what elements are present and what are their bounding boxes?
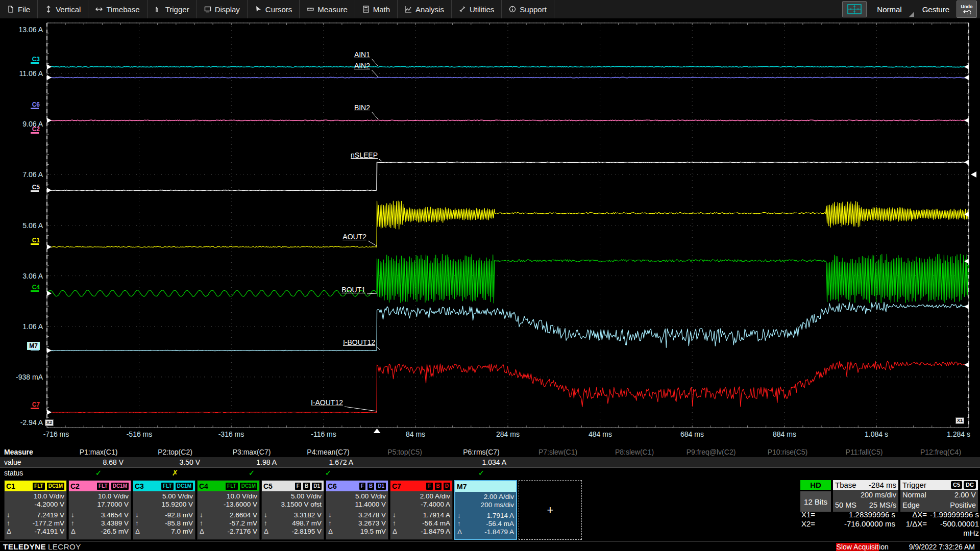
menu-item-file[interactable]: File [0,0,38,18]
measure-status-icon [749,468,826,478]
menu-item-display[interactable]: Display [197,0,248,18]
measure-header[interactable]: P8:slew(C1) [596,448,673,456]
menu-item-utilities[interactable]: Utilities [452,0,502,18]
channel-id: C6 [328,482,337,490]
channel-box-c3[interactable]: C3FLTDC1M5.00 V/div15.9200 V↓-92.8 mV↑-8… [133,480,195,540]
channel-box-body: 2.00 A/div200 ms/div↓1.7914 A↑-56.4 mAΔ-… [455,492,516,536]
measure-header[interactable]: P9:freq@lv(C2) [673,448,749,456]
trigger-box[interactable]: Trigger C5 DC Normal 2.00 V Edge Positiv… [900,480,978,512]
measure-header[interactable]: P7:slew(C1) [520,448,596,456]
wave-label-pointer [368,241,377,246]
menu-item-support[interactable]: Support [502,0,554,18]
channel-indicator-c6[interactable]: C6 [0,101,40,108]
x-axis-label: -116 ms [311,430,336,438]
measure-header[interactable]: P10:rise(C5) [749,448,826,456]
value-row-label: value [0,458,60,466]
channel-badge-flt: FLT [32,482,45,490]
hd-badge[interactable]: HD [800,480,831,490]
menu-item-trigger[interactable]: Trigger [148,0,197,18]
channel-indicator-c7[interactable]: C7 [0,401,40,408]
timebase-box[interactable]: Tbase -284 ms 200 ms/div 50 MS 25 MS/s [833,480,898,512]
channel-box-c5[interactable]: C5FBD15.00 V/div3.1500 V ofst↓3.3182 V↑4… [261,480,324,540]
measure-header[interactable]: P12:freq(C4) [902,448,979,456]
measure-header[interactable]: P5:top(C5) [366,448,443,456]
channel-badge-b: B [434,482,442,490]
channel-box-body: 5.00 V/div15.9200 V↓-92.8 mV↑-85.8 mVΔ7.… [133,491,195,536]
file-icon [7,6,14,13]
channel-indicator-c4[interactable]: C4 [0,284,40,291]
channel-indicator-m7[interactable]: M7 [0,342,40,349]
channel-stat-max: ↑-177.2 mV [7,519,64,528]
cursor-trace-marker [964,118,969,123]
menu-item-measure[interactable]: Measure [300,0,355,18]
channel-stat-value: 7.0 mV [171,528,193,536]
cursor-trace-marker [964,362,969,367]
measure-status-icon: ✓ [213,468,290,478]
channel-box-c4[interactable]: C4FLTDC1M10.0 V/div-13.6000 V↓2.6604 V↑-… [197,480,260,540]
wave-label-pointer [372,59,378,66]
gesture-label: Gesture [922,5,949,14]
undo-label: Undo [961,5,973,9]
channel-indicator-c3[interactable]: C3 [0,56,40,63]
channel-badge-dc1m: DC1M [175,482,193,490]
measure-header[interactable]: P1:max(C1) [60,448,137,456]
channel-box-m7[interactable]: M72.00 A/div200 ms/div↓1.7914 A↑-56.4 mA… [454,480,517,540]
channel-box-header: C4FLTDC1M [198,481,259,491]
measure-header[interactable]: P11:fall(C5) [826,448,902,456]
x-axis-label: 1.084 s [865,430,888,438]
wave-label-i-bout12: I-BOUT12 [343,338,375,346]
traces [47,66,969,412]
measure-header[interactable]: P3:max(C7) [213,448,290,456]
wave-label-nsleep: nSLEEP [351,151,378,159]
channel-indicator-c2[interactable]: C2 [0,126,40,133]
trigger-icon [155,6,162,13]
y-axis-label: -938 mA [0,373,43,381]
channel-badge-b: B [303,482,310,490]
menu-item-timebase[interactable]: Timebase [88,0,147,18]
measure-header[interactable]: P6:rms(C7) [443,448,520,456]
channel-box-header: C5FBD1 [262,481,324,491]
measure-header[interactable]: P2:top(C2) [137,448,213,456]
utilities-icon [459,6,466,13]
analysis-icon [405,6,412,13]
channel-box-c6[interactable]: C6FBD15.00 V/div11.4000 V↓3.2478 V↑3.267… [326,480,388,540]
channel-badge-d1: D1 [376,482,386,490]
menu-item-cursors[interactable]: Cursors [248,0,300,18]
measure-header[interactable]: P4:mean(C7) [290,448,366,456]
channel-stat-min: ↓3.3182 V [264,511,322,519]
measure-value: 1.672 A [290,458,366,466]
trigger-time-marker[interactable] [374,429,381,433]
channel-stat-min: ↓3.2478 V [328,511,386,519]
grid-mode-button[interactable] [842,1,867,17]
wave-label-pointer [377,346,380,350]
trigger-level-marker[interactable] [971,171,976,178]
wave-label-pointer [379,159,382,161]
channel-indicator-c1[interactable]: C1 [0,237,40,244]
channel-box-c2[interactable]: C2FLTDC1M10.0 V/div17.7000 V↓3.4654 V↑3.… [68,480,131,540]
y-axis-label: 3.06 A [0,272,43,280]
channel-box-c1[interactable]: C1FLTDC1M10.0 V/div-4.2000 V↓7.2419 V↑-1… [4,480,67,540]
cursor-flag-x2[interactable]: X2 [45,419,54,426]
undo-button[interactable]: Undo [957,1,977,18]
trigger-level: 2.00 V [954,490,976,500]
channel-scale: 2.00 A/div [457,493,514,501]
channel-box-body: 5.00 V/div11.4000 V↓3.2478 V↑3.2673 VΔ19… [326,491,388,536]
add-trace-slot[interactable]: + [519,480,582,540]
channel-box-c7[interactable]: C7FBD2.00 A/div-7.4000 A↓1.7914 A↑-56.4 … [390,480,453,540]
channel-badge-flt: FLT [161,482,174,490]
cursor-flag-x1[interactable]: X1 [955,417,964,424]
display-mode-dropdown[interactable]: Normal [874,3,915,16]
menu-item-math[interactable]: Math [355,0,398,18]
menu-item-analysis[interactable]: Analysis [398,0,452,18]
acquisition-panel: HD 12 Bits Tbase -284 ms 200 ms/div 50 M… [800,480,979,512]
timebase-scale: 200 ms/div [861,490,896,500]
channel-badge-d1: D1 [311,482,322,490]
acquisition-status-highlight: Slow Acquisit [836,543,879,551]
bit-depth-label: 12 Bits [800,491,831,512]
channel-offset: 15.9200 V [135,500,193,509]
measure-row-label: Measure [0,448,60,456]
menu-item-label: Utilities [470,5,494,14]
channel-indicator-c5[interactable]: C5 [0,184,40,191]
menu-item-vertical[interactable]: Vertical [38,0,88,18]
cursor-trace-marker [47,291,52,296]
